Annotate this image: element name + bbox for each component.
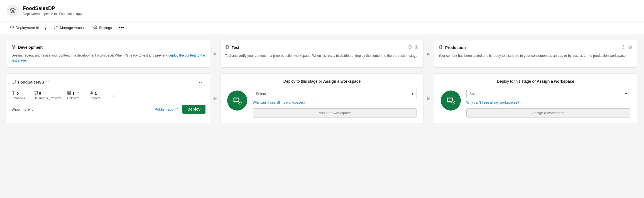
production-description: Your content has been tested and is read… [439,53,633,58]
svg-rect-10 [34,91,38,94]
production-stage-header: Production [439,45,633,50]
production-stage-card: Production [434,40,637,68]
arrow-test-prod-2: ► [424,73,434,123]
stats-expand-arrow[interactable]: › [113,93,114,98]
production-workspace-select[interactable]: Select [466,89,630,98]
svg-point-6 [630,47,631,48]
production-settings-button[interactable] [628,45,633,50]
manage-access-button[interactable]: Manage Access [51,24,89,32]
svg-point-4 [416,47,417,48]
settings-label: Settings [99,26,112,30]
svg-rect-13 [68,91,71,94]
toolbar: Deployment history Manage Access Setting… [0,21,644,34]
test-stage-title: Test [225,45,239,50]
app-header: FoodSalesDP Deployment pipeline for Food… [0,0,644,21]
workspace-icon [11,79,16,85]
production-history-button[interactable] [621,45,626,50]
chevron-down-icon: ⌄ [31,107,34,111]
production-stage-title: Production [439,45,466,50]
stages-description-row: Development Design, review, and revise y… [7,40,637,68]
arrow-dev-test: ► [210,51,220,57]
svg-point-9 [13,92,14,94]
deploy-button[interactable]: Deploy [182,105,205,114]
production-deploy-icon [441,91,461,111]
test-history-button[interactable] [407,45,412,50]
settings-icon [93,25,97,30]
manage-access-label: Manage Access [60,26,85,30]
production-deploy-panel: Deploy to this stage or Assign a workspa… [434,73,637,123]
production-stage-actions [621,45,633,50]
app-subtitle: Deployment pipeline for Food sales app [23,12,82,16]
history-icon [10,25,14,30]
test-deploy-title: Deploy to this stage or Assign a workspa… [283,79,361,84]
workspace-stats: 0 Dataflows 0 [11,91,205,100]
test-stage-card: Test [220,40,424,68]
development-stage-header: Development [11,45,205,50]
test-workspace-select-wrapper: Select ▼ [253,89,417,98]
svg-rect-7 [12,80,15,83]
svg-line-20 [176,108,178,109]
test-workspace-select[interactable]: Select [253,89,417,98]
app-title: FoodSalesDP [23,6,82,11]
test-description: Test and verify your content in a prepro… [225,53,419,58]
stat-datasets: 1 Datasets [67,91,84,100]
refresh-icon [75,91,79,95]
datamarts-icon [34,91,38,96]
development-icon [11,45,16,50]
svg-rect-22 [234,99,238,102]
reports-icon [89,91,94,96]
test-workspaces-link[interactable]: Why can't I see all my workspaces? [253,101,417,104]
test-deploy-panel: Deploy to this stage or Assign a workspa… [220,73,424,123]
test-deploy-icon [227,91,247,111]
production-workspaces-link[interactable]: Why can't I see all my workspaces? [466,101,630,104]
test-icon [225,45,229,50]
publish-app-button[interactable]: Publish app [152,106,180,113]
deploy-row: FoodSalesWS ⋯ [7,73,637,123]
development-stage-card: Development Design, review, and revise y… [7,40,210,68]
development-stage-title: Development [11,45,43,50]
test-settings-button[interactable] [414,45,419,50]
more-icon: ••• [119,25,124,30]
svg-point-1 [55,26,57,27]
history-label: Deployment history [16,26,46,30]
app-info: FoodSalesDP Deployment pipeline for Food… [23,6,82,16]
arrow-test-prod: ► [424,51,434,57]
stat-reports: 1 Reports [89,91,106,100]
stat-dataflows: 0 Dataflows [11,91,28,100]
development-description: Design, review, and revise your content … [11,53,205,63]
app-icon [7,4,19,17]
workspace-menu-button[interactable]: ⋯ [197,79,205,86]
workspace-favorite-icon[interactable] [46,80,50,84]
datasets-icon [67,91,71,96]
access-icon [54,25,58,30]
workspace-header: FoodSalesWS ⋯ [11,79,205,86]
production-assign-workspace-button[interactable]: Assign a workspace [466,108,630,118]
workspace-footer: Show more ⌄ Publish app [11,105,205,114]
arrow-dev-test-2: ► [210,73,220,123]
settings-button[interactable]: Settings [90,24,115,32]
svg-point-2 [95,27,96,28]
more-options-button[interactable]: ••• [116,24,126,32]
stat-datamarts: 0 Datamarts (Preview) [34,91,62,100]
svg-marker-8 [46,80,50,83]
deployment-history-button[interactable]: Deployment history [7,24,50,32]
svg-rect-28 [448,99,452,102]
main-content: Development Design, review, and revise y… [0,34,644,129]
test-stage-header: Test [225,45,419,50]
show-more-button[interactable]: Show more ⌄ [11,106,34,113]
test-stage-actions [407,45,419,50]
workspace-name: FoodSalesWS [11,79,50,85]
production-deploy-title: Deploy to this stage or Assign a workspa… [497,79,574,84]
external-link-icon [175,107,178,111]
production-workspace-select-wrapper: Select ▼ [466,89,630,98]
dataflows-icon [11,91,16,96]
workspace-card: FoodSalesWS ⋯ [7,73,210,123]
production-icon [439,45,443,50]
test-assign-workspace-button[interactable]: Assign a workspace [253,108,417,118]
